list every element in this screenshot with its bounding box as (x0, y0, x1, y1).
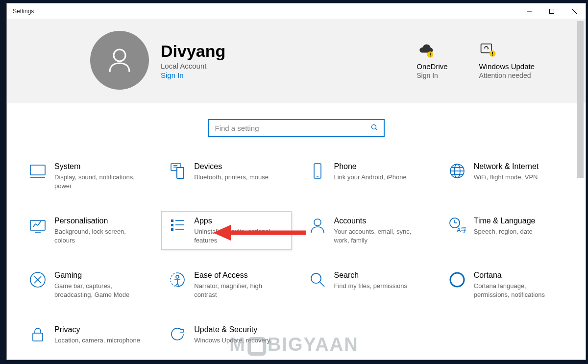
svg-rect-10 (492, 51, 493, 54)
personalisation-icon (29, 217, 47, 234)
windows-update-title: Windows Update (479, 62, 535, 71)
update-icon (169, 325, 186, 343)
lock-icon (29, 325, 47, 343)
windows-update-icon (479, 42, 535, 60)
svg-text:A字: A字 (457, 226, 466, 234)
category-title: Search (334, 271, 408, 280)
svg-rect-1 (550, 9, 554, 14)
svg-rect-8 (481, 44, 491, 52)
ease-of-access-icon (169, 271, 186, 289)
user-name: Divyang (161, 42, 225, 61)
windows-update-tile[interactable]: Windows Update Attention needed (479, 42, 535, 79)
time-language-icon: A字 (448, 217, 466, 234)
svg-rect-21 (314, 164, 321, 178)
category-sub: Speech, region, date (474, 227, 536, 236)
svg-rect-6 (430, 52, 431, 55)
category-sub: Game bar, captures, broadcasting, Game M… (54, 282, 143, 299)
category-title: Accounts (334, 217, 422, 225)
category-sub: Windows Update, recovery, (194, 336, 271, 345)
category-accounts[interactable]: AccountsYour accounts, email, sync, work… (301, 211, 431, 250)
category-sub: Display, sound, notifications, power (54, 173, 143, 190)
category-title: Privacy (54, 325, 140, 334)
search-icon (371, 124, 378, 132)
maximize-button[interactable] (540, 3, 563, 19)
category-gaming[interactable]: GamingGame bar, captures, broadcasting, … (22, 266, 151, 304)
svg-rect-30 (171, 219, 173, 222)
svg-point-4 (114, 49, 125, 61)
window-controls (518, 3, 586, 19)
svg-rect-7 (430, 55, 431, 56)
category-title: System (54, 162, 143, 171)
category-sub: Narrator, magnifier, high contrast (194, 282, 282, 299)
search-row (7, 103, 586, 157)
onedrive-title: OneDrive (416, 62, 447, 71)
svg-point-12 (371, 125, 376, 129)
accounts-icon (309, 217, 326, 234)
signin-link[interactable]: Sign In (161, 71, 225, 79)
category-title: Network & Internet (474, 162, 539, 171)
onedrive-sub: Sign In (416, 72, 447, 79)
category-apps[interactable]: AppsUninstall, defaults, optional featur… (161, 211, 291, 250)
category-time-language[interactable]: A字 Time & LanguageSpeech, region, date (441, 211, 571, 250)
category-title: Phone (334, 162, 407, 171)
category-sub: Background, lock screen, colours (54, 227, 143, 244)
category-title: Apps (194, 217, 282, 225)
category-sub: Bluetooth, printers, mouse (194, 173, 269, 182)
svg-rect-14 (30, 165, 45, 175)
svg-rect-31 (171, 224, 173, 226)
categories-grid: SystemDisplay, sound, notifications, pow… (7, 157, 586, 355)
category-sub: Link your Android, iPhone (334, 173, 407, 182)
svg-rect-17 (177, 168, 184, 178)
svg-rect-32 (171, 228, 173, 231)
search-box[interactable] (208, 119, 385, 137)
account-type: Local Account (161, 62, 225, 70)
onedrive-tile[interactable]: OneDrive Sign In (416, 42, 447, 79)
close-button[interactable] (563, 3, 586, 19)
category-sub: Location, camera, microphone (54, 336, 140, 345)
svg-line-13 (375, 129, 377, 131)
window-title: Settings (13, 8, 34, 15)
settings-window: Settings Divyang Local Account Sign In (6, 3, 586, 360)
category-title: Personalisation (54, 217, 143, 225)
category-title: Ease of Access (194, 271, 282, 280)
svg-point-43 (311, 273, 321, 283)
category-sub: Uninstall, defaults, optional features (194, 227, 282, 244)
category-cortana[interactable]: CortanaCortana language, permissions, no… (441, 266, 571, 304)
category-search[interactable]: SearchFind my files, permissions (301, 266, 431, 304)
category-title: Time & Language (474, 217, 536, 225)
phone-icon (309, 162, 326, 180)
header-tiles: OneDrive Sign In Windows Update Attentio… (416, 42, 554, 79)
category-personalisation[interactable]: PersonalisationBackground, lock screen, … (22, 211, 151, 250)
category-sub: Your accounts, email, sync, work, family (334, 227, 422, 244)
category-network[interactable]: Network & InternetWiFi, flight mode, VPN (441, 157, 571, 195)
gaming-icon (29, 271, 47, 289)
svg-point-42 (176, 275, 179, 278)
category-ease-of-access[interactable]: Ease of AccessNarrator, magnifier, high … (161, 266, 291, 304)
globe-icon (448, 162, 466, 180)
svg-rect-46 (33, 333, 43, 341)
minimize-button[interactable] (518, 3, 540, 19)
svg-line-44 (320, 282, 324, 287)
svg-point-45 (450, 273, 464, 287)
category-system[interactable]: SystemDisplay, sound, notifications, pow… (22, 157, 151, 195)
search-category-icon (309, 271, 326, 289)
search-input[interactable] (215, 124, 371, 132)
avatar[interactable] (90, 31, 149, 90)
windows-update-sub: Attention needed (479, 72, 535, 79)
category-sub: WiFi, flight mode, VPN (474, 173, 539, 182)
category-sub: Find my files, permissions (334, 282, 408, 291)
user-icon (104, 45, 135, 76)
apps-icon (169, 217, 186, 234)
category-devices[interactable]: DevicesBluetooth, printers, mouse (161, 157, 291, 195)
user-info: Divyang Local Account Sign In (161, 42, 225, 79)
category-privacy[interactable]: PrivacyLocation, camera, microphone (22, 320, 151, 350)
svg-rect-11 (492, 54, 493, 55)
category-update-security[interactable]: Update & SecurityWindows Update, recover… (161, 320, 291, 350)
category-title: Devices (194, 162, 269, 171)
category-phone[interactable]: PhoneLink your Android, iPhone (301, 157, 431, 195)
onedrive-icon (416, 42, 447, 60)
category-sub: Cortana language, permissions, notificat… (474, 282, 562, 299)
account-header: Divyang Local Account Sign In OneDrive S… (7, 19, 586, 103)
category-title: Cortana (474, 271, 562, 280)
vertical-scrollbar[interactable] (577, 21, 584, 178)
